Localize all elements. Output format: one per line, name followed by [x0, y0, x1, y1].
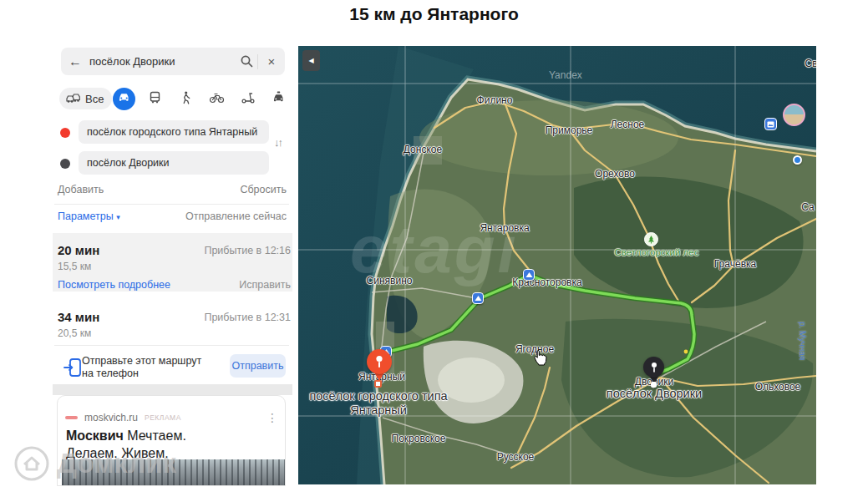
- waypoint-a-dot: [60, 128, 70, 138]
- route-details-link[interactable]: Посмотреть подробнее: [58, 279, 170, 291]
- divider: [54, 204, 289, 205]
- ad-badge: РЕКЛАМА: [145, 413, 181, 422]
- collapse-panel-button[interactable]: ◀: [302, 50, 320, 71]
- back-icon[interactable]: ←: [61, 54, 89, 69]
- route-duration: 20 мин: [58, 243, 99, 257]
- ad-image[interactable]: [62, 459, 285, 485]
- mode-bus-button[interactable]: [144, 88, 166, 110]
- map-canvas: [298, 46, 816, 484]
- destination-pin-yantarny[interactable]: [367, 349, 392, 374]
- route-duration: 34 мин: [58, 310, 99, 324]
- photo-thumbnail-marker[interactable]: [783, 104, 805, 126]
- params-dropdown[interactable]: Параметры ▾: [58, 210, 120, 222]
- destination-pin-dvoriki[interactable]: [643, 357, 664, 378]
- bicycle-icon: [209, 91, 225, 107]
- chevron-down-icon: ▾: [116, 213, 120, 221]
- ad-source[interactable]: moskvich.ru: [84, 412, 138, 423]
- speed-camera-icon[interactable]: [523, 269, 535, 281]
- taxi-icon: [272, 90, 286, 108]
- mode-taxi-button[interactable]: [267, 88, 290, 110]
- yandex-watermark: Yandex: [549, 69, 582, 81]
- speed-camera-icon[interactable]: [472, 292, 484, 304]
- mode-car-button[interactable]: [113, 88, 135, 110]
- send-to-phone-icon: [63, 357, 82, 382]
- search-input[interactable]: посёлок Дворики: [89, 55, 236, 68]
- pin-anchor: [374, 380, 382, 388]
- route-distance: 20,5 км: [58, 327, 91, 339]
- waypoint-b-dot: [60, 159, 70, 169]
- domclick-house-icon: [13, 445, 50, 482]
- ad-brand-mark: [65, 416, 78, 419]
- mode-scooter-button[interactable]: [236, 88, 259, 110]
- waypoint-from-input[interactable]: посёлок городского типа Янтарный: [79, 120, 269, 144]
- add-waypoint-button[interactable]: Добавить: [58, 184, 104, 195]
- send-button[interactable]: Отправить: [230, 354, 286, 378]
- all-transport-icon: [65, 92, 82, 106]
- search-bar[interactable]: ← посёлок Дворики ×: [61, 48, 285, 75]
- ad-card[interactable]: moskvich.ru РЕКЛАМА ⋮ Москвич Мечтаем. Д…: [57, 395, 286, 486]
- section-separator: [53, 384, 292, 395]
- route-arrival: Прибытие в 12:31: [204, 312, 291, 323]
- photo-marker-icon[interactable]: [764, 118, 777, 130]
- map-view[interactable]: Yandex etagi ФилиноДонскоеПриморьеЛесное…: [298, 46, 816, 484]
- mode-bike-button[interactable]: [206, 88, 228, 110]
- mode-all-label: Все: [85, 93, 104, 105]
- reset-button[interactable]: Сбросить: [240, 184, 287, 195]
- ad-title: Москвич Мечтаем. Делаем. Живем.: [66, 427, 240, 462]
- mode-all-button[interactable]: Все: [59, 88, 112, 109]
- route-option-alt[interactable]: 34 мин Прибытие в 12:31 20,5 км: [53, 300, 292, 352]
- route-distance: 15,5 км: [58, 261, 91, 272]
- page-title: 15 км до Янтарного: [0, 4, 868, 24]
- close-icon[interactable]: ×: [258, 54, 285, 68]
- route-fix-link[interactable]: Исправить: [239, 279, 291, 291]
- divider: [54, 345, 289, 346]
- scooter-icon: [241, 91, 256, 107]
- kebab-menu-icon[interactable]: ⋮: [266, 411, 278, 424]
- send-route-text: Отправьте этот маршрут на телефон: [82, 355, 201, 380]
- swap-waypoints-icon[interactable]: ↓↑: [274, 136, 282, 149]
- park-icon[interactable]: [644, 232, 658, 246]
- route-arrival: Прибытие в 12:16: [204, 245, 291, 256]
- bus-icon: [148, 90, 162, 108]
- pedestrian-icon: [179, 90, 193, 108]
- mode-walk-button[interactable]: [175, 88, 197, 110]
- route-option-selected[interactable]: 20 мин Прибытие в 12:16 15,5 км Посмотре…: [53, 233, 292, 292]
- poi-dot-marker[interactable]: [793, 155, 802, 165]
- search-icon[interactable]: [236, 54, 257, 68]
- departure-time-button[interactable]: Отправление сейчас: [185, 210, 287, 222]
- waypoint-to-input[interactable]: посёлок Дворики: [79, 151, 269, 175]
- route-panel: ← посёлок Дворики × Все: [54, 46, 289, 486]
- car-icon: [117, 90, 131, 108]
- pin-anchor: [651, 382, 657, 388]
